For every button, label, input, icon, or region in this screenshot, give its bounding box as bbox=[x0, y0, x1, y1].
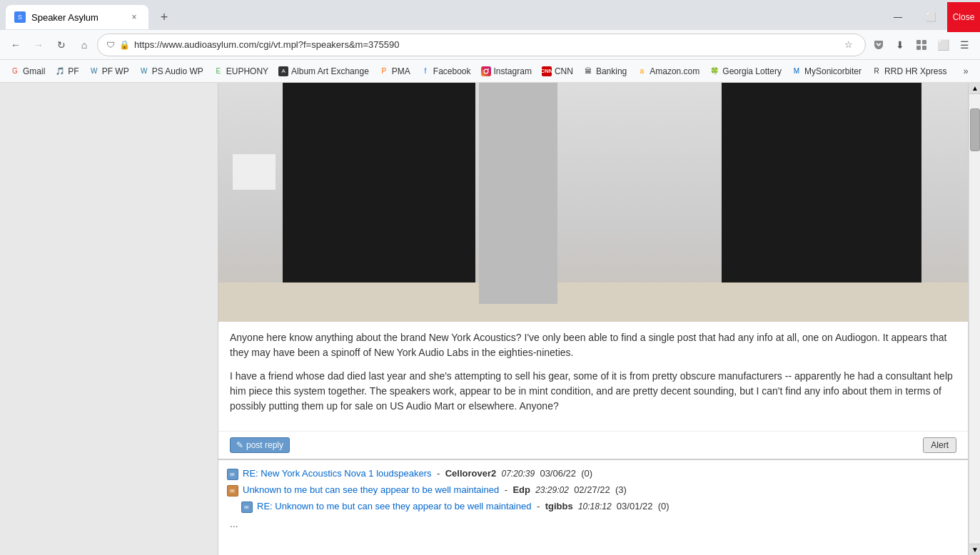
right-speaker-body bbox=[722, 83, 921, 288]
browser-chrome: S Speaker Asylum × + — ⬜ Close ← → ↻ ⌂ 🛡… bbox=[0, 0, 980, 83]
bookmark-euphony[interactable]: E EUPHONY bbox=[209, 63, 273, 80]
thread-meta-2: - tgibbs 10:18:12 03/01/22 (0) bbox=[534, 501, 669, 511]
euphony-favicon: E bbox=[213, 66, 223, 76]
bookmark-instagram-label: Instagram bbox=[494, 66, 532, 76]
minimize-button[interactable]: — bbox=[882, 2, 914, 32]
pf-favicon: 🎵 bbox=[55, 66, 65, 76]
bookmark-mysonic[interactable]: M MySonicorbiter bbox=[787, 63, 866, 80]
tab-title: Speaker Asylum bbox=[31, 12, 123, 23]
svg-text:✉: ✉ bbox=[230, 472, 235, 478]
thread-icon-2: ✉ bbox=[241, 501, 253, 513]
extensions-button[interactable] bbox=[911, 35, 931, 55]
more-bookmarks-button[interactable]: » bbox=[957, 63, 974, 80]
pfwp-favicon: W bbox=[89, 66, 99, 76]
gmail-favicon: G bbox=[10, 66, 20, 76]
thread-time-0: 07:20:39 bbox=[501, 469, 535, 479]
thread-sep-1: - bbox=[505, 484, 507, 495]
bookmark-albumart-label: Album Art Exchange bbox=[291, 66, 369, 76]
thread-link-0[interactable]: RE: New York Acoustics Nova 1 loudspeake… bbox=[243, 468, 431, 479]
amazon-favicon: a bbox=[637, 66, 647, 76]
scrollbar-up-button[interactable]: ▲ bbox=[969, 83, 980, 94]
thread-link-1[interactable]: Unknown to me but can see they appear to… bbox=[243, 484, 499, 495]
bookmark-cnn[interactable]: CNN CNN bbox=[537, 63, 577, 80]
container-button[interactable]: ⬜ bbox=[933, 35, 953, 55]
svg-rect-2 bbox=[916, 46, 921, 50]
bookmark-rrd-label: RRD HR Xpress bbox=[884, 66, 946, 76]
bookmark-pf-wp[interactable]: W PF WP bbox=[85, 63, 133, 80]
bookmark-euphony-label: EUPHONY bbox=[226, 66, 268, 76]
alert-button[interactable]: Alert bbox=[923, 437, 956, 453]
thread-link-anchor-2[interactable]: RE: Unknown to me but can see they appea… bbox=[257, 501, 531, 511]
svg-text:✉: ✉ bbox=[244, 504, 249, 511]
thread-link-anchor-1[interactable]: Unknown to me but can see they appear to… bbox=[243, 484, 499, 495]
bookmark-gmail-label: Gmail bbox=[23, 66, 45, 76]
bookmark-star-icon[interactable]: ☆ bbox=[841, 37, 857, 53]
bookmark-instagram[interactable]: Instagram bbox=[477, 63, 536, 80]
thread-link-anchor-0[interactable]: RE: New York Acoustics Nova 1 loudspeake… bbox=[243, 468, 431, 479]
bookmark-pf[interactable]: 🎵 PF bbox=[51, 63, 83, 80]
post-paragraph-1: Anyone here know anything about the bran… bbox=[230, 330, 956, 360]
forward-button[interactable]: → bbox=[29, 35, 49, 55]
scrollbar-thumb[interactable] bbox=[970, 108, 980, 151]
reload-button[interactable]: ↻ bbox=[51, 35, 71, 55]
facebook-favicon: f bbox=[420, 66, 430, 76]
address-bar[interactable]: 🛡 🔒 https://www.audioasylum.com/cgi/vt.m… bbox=[97, 34, 866, 56]
scrollbar-down-button[interactable]: ▼ bbox=[969, 544, 980, 555]
thread-sep-2: - bbox=[537, 501, 540, 511]
maximize-button[interactable]: ⬜ bbox=[914, 2, 947, 32]
galottery-favicon: 🍀 bbox=[709, 66, 719, 76]
bookmark-pma[interactable]: P PMA bbox=[375, 63, 415, 80]
bookmark-gmail[interactable]: G Gmail bbox=[6, 63, 49, 80]
bookmark-pf-label: PF bbox=[68, 66, 79, 76]
thread-sep-0: - bbox=[437, 468, 440, 479]
new-tab-button[interactable]: + bbox=[154, 7, 174, 27]
toolbar-right: ⬇ ⬜ ☰ bbox=[869, 35, 974, 55]
tab-close-button[interactable]: × bbox=[128, 11, 140, 23]
bookmark-banking[interactable]: 🏛 Banking bbox=[579, 63, 631, 80]
thread-author-0: Cellorover2 bbox=[445, 468, 497, 479]
bookmark-ga-lottery[interactable]: 🍀 Georgia Lottery bbox=[705, 63, 786, 80]
thread-link-2[interactable]: RE: Unknown to me but can see they appea… bbox=[257, 501, 531, 511]
svg-point-6 bbox=[488, 68, 489, 69]
reply-button-inner[interactable]: ✎ post reply bbox=[230, 437, 290, 453]
pocket-button[interactable] bbox=[869, 35, 889, 55]
home-button[interactable]: ⌂ bbox=[74, 35, 94, 55]
thread-list: ✉ RE: New York Acoustics Nova 1 loudspea… bbox=[218, 459, 968, 535]
thread-meta-1: - Edp 23:29:02 02/27/22 (3) bbox=[502, 484, 627, 495]
post-reply-button[interactable]: ✎ post reply bbox=[230, 437, 290, 453]
scrollbar[interactable]: ▲ ▼ bbox=[969, 83, 980, 555]
thread-item-0: ✉ RE: New York Acoustics Nova 1 loudspea… bbox=[227, 466, 959, 482]
thread-author-2: tgibbs bbox=[545, 501, 573, 511]
bookmark-galottery-label: Georgia Lottery bbox=[722, 66, 782, 76]
thread-replies-1: (3) bbox=[615, 484, 627, 495]
bookmark-ps-audio[interactable]: W PS Audio WP bbox=[135, 63, 208, 80]
bookmark-pma-label: PMA bbox=[392, 66, 410, 76]
scrollbar-track[interactable] bbox=[969, 94, 980, 544]
bookmark-rrd[interactable]: R RRD HR Xpress bbox=[867, 63, 951, 80]
svg-rect-3 bbox=[922, 46, 926, 50]
thread-meta-0: - Cellorover2 07:20:39 03/06/22 (0) bbox=[434, 468, 592, 479]
bookmark-facebook[interactable]: f Facebook bbox=[416, 63, 475, 80]
bookmark-amazon[interactable]: a Amazon.com bbox=[632, 63, 704, 80]
download-button[interactable]: ⬇ bbox=[890, 35, 910, 55]
bookmark-psaudio-label: PS Audio WP bbox=[152, 66, 203, 76]
bookmark-album-art[interactable]: A Album Art Exchange bbox=[274, 63, 373, 80]
back-button[interactable]: ← bbox=[6, 35, 26, 55]
pma-favicon: P bbox=[379, 66, 389, 76]
bookmark-amazon-label: Amazon.com bbox=[650, 66, 699, 76]
svg-text:✉: ✉ bbox=[230, 488, 235, 494]
thread-ellipsis: ... bbox=[227, 515, 959, 529]
thread-date-2: 03/01/22 bbox=[617, 501, 653, 511]
thread-time-1: 23:29:02 bbox=[535, 485, 569, 495]
active-tab[interactable]: S Speaker Asylum × bbox=[6, 5, 148, 29]
thread-time-2: 10:18:12 bbox=[578, 501, 612, 511]
thread-replies-2: (0) bbox=[658, 501, 670, 511]
close-button[interactable]: Close bbox=[947, 2, 980, 32]
post-actions-bar: ✎ post reply Alert bbox=[218, 431, 968, 459]
bookmark-banking-label: Banking bbox=[596, 66, 627, 76]
svg-rect-4 bbox=[481, 66, 491, 76]
thread-icon-0: ✉ bbox=[227, 469, 238, 480]
page-content: Anyone here know anything about the bran… bbox=[0, 83, 980, 555]
thread-item-1: ✉ Unknown to me but can see they appear … bbox=[227, 482, 959, 499]
menu-button[interactable]: ☰ bbox=[954, 35, 974, 55]
